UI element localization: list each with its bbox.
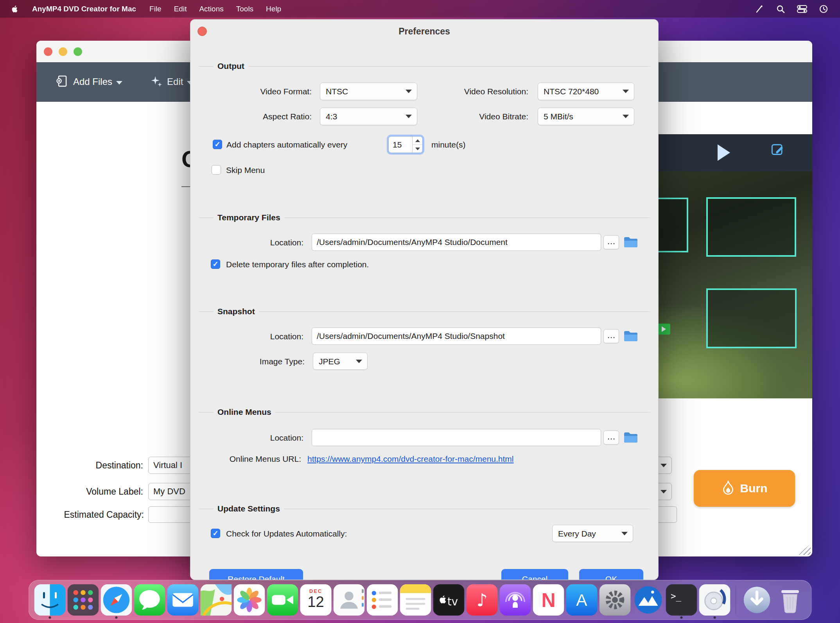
- svg-text:tv: tv: [447, 595, 458, 608]
- add-chapters-checkbox[interactable]: [213, 140, 222, 149]
- chevron-down-icon: [621, 532, 628, 535]
- dock-item-notes[interactable]: [400, 584, 431, 616]
- dock-item-podcasts[interactable]: [500, 584, 531, 616]
- dock-item-terminal[interactable]: >_: [666, 584, 697, 616]
- zoom-window-button[interactable]: [74, 47, 82, 56]
- section-update-title: Update Settings: [217, 504, 280, 513]
- apple-menu[interactable]: [0, 4, 25, 14]
- dock-item-facetime[interactable]: [267, 584, 298, 616]
- destination-label: Destination:: [60, 457, 143, 474]
- running-indicator: [714, 616, 716, 619]
- menu-thumbnail-frame[interactable]: [706, 197, 796, 257]
- online-browse-button[interactable]: …: [603, 430, 619, 445]
- dock-item-app-store[interactable]: A: [566, 584, 598, 616]
- dock-item-messages[interactable]: [134, 584, 165, 616]
- preview-play-badge-icon[interactable]: [657, 324, 670, 335]
- online-menus-url-link[interactable]: https://www.anymp4.com/dvd-creator-for-m…: [307, 450, 514, 468]
- temp-location-field[interactable]: /Users/admin/Documents/AnyMP4 Studio/Doc…: [312, 234, 601, 251]
- section-online-title: Online Menus: [217, 407, 271, 417]
- dock-item-contacts[interactable]: [334, 584, 365, 616]
- menu-file[interactable]: File: [143, 5, 168, 13]
- edit-button[interactable]: Edit: [150, 75, 193, 88]
- chapter-interval-stepper[interactable]: 15: [388, 136, 423, 153]
- image-type-select[interactable]: JPEG: [313, 353, 368, 370]
- preview-play-icon[interactable]: [718, 144, 730, 161]
- section-temporary-files: Temporary Files: [199, 212, 650, 223]
- temp-open-folder-button[interactable]: [622, 234, 639, 250]
- temp-browse-button[interactable]: …: [603, 235, 619, 249]
- check-updates-label: Check for Updates Automatically:: [226, 525, 347, 542]
- window-resize-handle[interactable]: [797, 544, 811, 555]
- clock-status-icon[interactable]: [819, 4, 828, 14]
- dock-item-downloads[interactable]: [741, 584, 773, 616]
- video-format-select[interactable]: NTSC: [320, 83, 417, 100]
- svg-text:>_: >_: [671, 591, 682, 601]
- dock-item-system-preferences[interactable]: [599, 584, 631, 616]
- svg-text:N: N: [541, 589, 555, 611]
- dock-item-trash[interactable]: [775, 584, 806, 616]
- minimize-window-button[interactable]: [59, 47, 67, 56]
- snapshot-open-folder-button[interactable]: [622, 328, 639, 344]
- check-updates-checkbox[interactable]: [211, 529, 220, 538]
- cancel-button[interactable]: Cancel: [501, 569, 568, 580]
- video-bitrate-select[interactable]: 5 MBit/s: [538, 108, 634, 125]
- menu-actions[interactable]: Actions: [193, 5, 230, 13]
- apple-icon: [10, 4, 19, 14]
- spotlight-search-icon[interactable]: [776, 4, 785, 14]
- add-file-icon: [55, 75, 69, 89]
- menu-app-name[interactable]: AnyMP4 DVD Creator for Mac: [25, 5, 143, 13]
- add-files-button[interactable]: Add Files: [55, 75, 122, 89]
- video-resolution-select[interactable]: NTSC 720*480: [538, 83, 634, 100]
- dock-item-mountain-app[interactable]: [633, 584, 664, 616]
- aspect-ratio-select[interactable]: 4:3: [320, 108, 417, 125]
- volume-value: My DVD: [153, 486, 185, 496]
- chapter-interval-value[interactable]: 15: [389, 137, 412, 153]
- dock-item-calendar[interactable]: DEC 12: [300, 584, 332, 616]
- section-update-settings: Update Settings: [199, 503, 650, 515]
- temp-location-label: Location:: [222, 234, 303, 251]
- video-format-label: Video Format:: [214, 83, 312, 100]
- burn-button[interactable]: Burn: [694, 470, 795, 507]
- preview-edit-icon[interactable]: [771, 142, 785, 156]
- add-chapters-suffix: minute(s): [431, 135, 466, 154]
- menu-tools[interactable]: Tools: [230, 5, 260, 13]
- stepper-arrows-icon[interactable]: [412, 137, 422, 153]
- chevron-down-icon: [661, 464, 667, 467]
- chevron-down-icon: [406, 90, 412, 93]
- dock-item-launchpad[interactable]: [68, 584, 99, 616]
- restore-default-button[interactable]: Restore Default: [209, 569, 303, 580]
- delete-temp-checkbox[interactable]: [211, 259, 220, 269]
- temp-location-value: /Users/admin/Documents/AnyMP4 Studio/Doc…: [317, 238, 508, 247]
- skip-menu-checkbox[interactable]: [212, 165, 221, 175]
- close-window-button[interactable]: [44, 47, 52, 56]
- dock-item-music[interactable]: ♪: [467, 584, 498, 616]
- dialog-title: Preferences: [190, 20, 658, 43]
- dock-item-maps[interactable]: [201, 584, 232, 616]
- dock-item-reminders[interactable]: [367, 584, 398, 616]
- snapshot-browse-button[interactable]: …: [603, 329, 619, 343]
- snapshot-location-field[interactable]: /Users/admin/Documents/AnyMP4 Studio/Sna…: [312, 328, 601, 345]
- chevron-down-icon: [406, 115, 412, 118]
- online-open-folder-button[interactable]: [622, 430, 639, 445]
- section-snapshot: Snapshot: [199, 306, 650, 317]
- running-indicator: [115, 616, 118, 619]
- ok-button[interactable]: OK: [579, 569, 643, 580]
- dock-item-finder[interactable]: [34, 584, 66, 616]
- dock-item-news[interactable]: N: [533, 584, 564, 616]
- calendar-month: DEC: [300, 588, 332, 594]
- dock-item-photos[interactable]: [234, 584, 265, 616]
- dock-item-mail[interactable]: [167, 584, 199, 616]
- dock-item-dvd-creator[interactable]: [699, 584, 731, 616]
- update-frequency-select[interactable]: Every Day: [552, 525, 633, 542]
- control-center-icon[interactable]: [797, 4, 807, 14]
- dock-item-apple-tv[interactable]: tv: [433, 584, 465, 616]
- menu-thumbnail-frame[interactable]: [706, 288, 797, 348]
- chevron-down-icon: [356, 360, 362, 363]
- dock-item-safari[interactable]: [101, 584, 132, 616]
- pencil-status-icon[interactable]: [755, 4, 764, 14]
- section-snapshot-title: Snapshot: [217, 307, 255, 316]
- menu-help[interactable]: Help: [260, 5, 287, 13]
- online-location-field[interactable]: [312, 429, 601, 446]
- menu-edit[interactable]: Edit: [168, 5, 193, 13]
- burn-label: Burn: [740, 482, 768, 495]
